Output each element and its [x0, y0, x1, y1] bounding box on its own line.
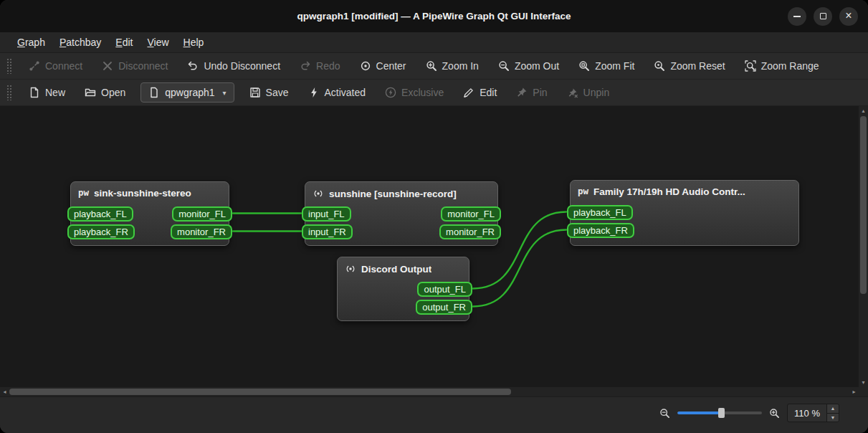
- tool-unpin-button[interactable]: Unpin: [559, 82, 618, 103]
- close-button[interactable]: ×: [839, 7, 858, 26]
- tool-label: Undo Disconnect: [204, 60, 280, 72]
- node-header[interactable]: pwFamily 17h/19h HD Audio Contr...: [571, 181, 798, 197]
- port-input_FR[interactable]: input_FR: [302, 224, 353, 239]
- connect-icon: [29, 60, 40, 72]
- menubar: GraphPatchbayEditViewHelp: [0, 32, 868, 53]
- open-icon: [85, 87, 96, 98]
- tool-activated-button[interactable]: Activated: [300, 82, 374, 103]
- save-icon: [249, 87, 261, 98]
- pin-icon: [516, 87, 528, 98]
- vertical-scroll-thumb[interactable]: [860, 116, 867, 294]
- tool-label: Open: [101, 87, 125, 98]
- zoom-spinbox[interactable]: 110 % ▲ ▼: [787, 404, 839, 422]
- node-header[interactable]: pwsink-sunshine-stereo: [71, 182, 229, 199]
- maximize-button[interactable]: [814, 7, 832, 26]
- node-sink-sunshine-stereo[interactable]: pwsink-sunshine-stereoplayback_FLplaybac…: [70, 181, 229, 246]
- bolt-circle-icon: [385, 87, 396, 98]
- spin-down-button[interactable]: ▼: [827, 414, 839, 422]
- node-title: sunshine [sunshine-record]: [329, 189, 457, 199]
- graph-toolbar-drag-handle[interactable]: [6, 58, 12, 74]
- file-toolbar-drag-handle[interactable]: [6, 85, 12, 100]
- tool-disconnect-button[interactable]: Disconnect: [94, 56, 176, 76]
- port-input_FL[interactable]: input_FL: [302, 206, 351, 222]
- port-monitor_FL[interactable]: monitor_FL: [172, 206, 232, 222]
- tool-center-button[interactable]: Center: [352, 56, 414, 76]
- port-playback_FR[interactable]: playback_FR: [67, 224, 135, 239]
- zoom-reset-icon: [654, 60, 665, 72]
- minimize-button[interactable]: [788, 7, 806, 26]
- disconnect-icon: [102, 60, 113, 72]
- port-playback_FR[interactable]: playback_FR: [567, 223, 634, 238]
- horizontal-scroll-thumb[interactable]: [9, 389, 511, 395]
- audio-icon: [345, 263, 356, 275]
- tool-save-button[interactable]: Save: [242, 82, 297, 103]
- minimize-icon: [793, 16, 801, 17]
- tool-zoom-range-button[interactable]: Zoom Range: [737, 56, 827, 76]
- scroll-right-button[interactable]: ▸: [849, 387, 859, 396]
- close-icon: ×: [845, 10, 852, 22]
- zoom-slider-handle[interactable]: [718, 408, 725, 418]
- zoom-value: 110 %: [788, 404, 826, 422]
- tool-open-button[interactable]: Open: [77, 82, 133, 103]
- graph-toolbar: ConnectDisconnectUndo DisconnectRedoCent…: [0, 53, 868, 80]
- tool-exclusive-button[interactable]: Exclusive: [377, 82, 452, 103]
- app-window: qpwgraph1 [modified] — A PipeWire Graph …: [0, 0, 868, 433]
- tool-pin-button[interactable]: Pin: [508, 82, 555, 103]
- node-header[interactable]: sunshine [sunshine-record]: [305, 182, 497, 199]
- scroll-up-button[interactable]: ▴: [859, 106, 868, 115]
- node-title: Family 17h/19h HD Audio Contr...: [593, 186, 745, 197]
- tool-new-button[interactable]: New: [21, 82, 73, 103]
- spin-arrows: ▲ ▼: [826, 404, 839, 422]
- port-output_FL[interactable]: output_FL: [417, 282, 472, 297]
- node-family-hd-audio[interactable]: pwFamily 17h/19h HD Audio Contr...playba…: [570, 180, 799, 246]
- port-playback_FL[interactable]: playback_FL: [567, 205, 633, 220]
- node-discord-output[interactable]: Discord Outputoutput_FLoutput_FR: [337, 257, 469, 321]
- scroll-left-button[interactable]: ◂: [0, 387, 9, 396]
- file-toolbar: NewOpenqpwgraph1▾SaveActivatedExclusiveE…: [0, 80, 868, 106]
- zoom-in-icon[interactable]: [769, 408, 780, 419]
- tool-connect-button[interactable]: Connect: [21, 56, 90, 76]
- menu-edit[interactable]: Edit: [108, 32, 140, 52]
- menu-graph[interactable]: Graph: [10, 32, 52, 52]
- tool-label: Disconnect: [118, 60, 168, 72]
- tool-redo-button[interactable]: Redo: [292, 56, 348, 76]
- scrollbar-corner: [859, 387, 868, 396]
- node-title: Discord Output: [361, 264, 431, 275]
- tool-zoom-reset-button[interactable]: Zoom Reset: [646, 56, 733, 76]
- vertical-scrollbar[interactable]: ▴ ▾: [859, 106, 868, 387]
- node-sunshine[interactable]: sunshine [sunshine-record]input_FLinput_…: [305, 181, 498, 246]
- port-monitor_FR[interactable]: monitor_FR: [171, 224, 232, 239]
- tool-zoom-in-button[interactable]: Zoom In: [418, 56, 487, 76]
- node-title: sink-sunshine-stereo: [94, 188, 191, 199]
- horizontal-scrollbar[interactable]: ◂ ▸: [0, 387, 859, 396]
- combo-label: qpwgraph1: [165, 87, 214, 98]
- spin-up-button[interactable]: ▲: [827, 404, 839, 414]
- node-header[interactable]: Discord Output: [338, 257, 469, 275]
- menu-patchbay[interactable]: Patchbay: [52, 32, 108, 52]
- port-monitor_FL[interactable]: monitor_FL: [441, 206, 501, 222]
- pipewire-icon: pw: [578, 187, 588, 196]
- maximize-icon: [820, 13, 826, 19]
- menu-view[interactable]: View: [140, 32, 176, 52]
- zoom-fit-icon: [578, 60, 590, 72]
- tool-label: Exclusive: [401, 87, 444, 98]
- port-output_FR[interactable]: output_FR: [416, 300, 472, 315]
- zoom-out-icon[interactable]: [659, 408, 670, 419]
- tool-undo-disconnect-button[interactable]: Undo Disconnect: [179, 56, 288, 76]
- tool-zoom-fit-button[interactable]: Zoom Fit: [571, 56, 642, 76]
- zoom-slider[interactable]: [677, 407, 762, 419]
- titlebar[interactable]: qpwgraph1 [modified] — A PipeWire Graph …: [0, 0, 868, 32]
- menu-help[interactable]: Help: [176, 32, 211, 52]
- unpin-icon: [567, 87, 578, 98]
- port-playback_FL[interactable]: playback_FL: [67, 206, 133, 222]
- edges-layer: [0, 106, 859, 387]
- tool-label: Redo: [316, 60, 340, 72]
- tool-label: Center: [376, 60, 406, 72]
- port-monitor_FR[interactable]: monitor_FR: [439, 224, 501, 239]
- tool-zoom-out-button[interactable]: Zoom Out: [490, 56, 567, 76]
- scroll-down-button[interactable]: ▾: [859, 378, 868, 387]
- patchbay-file-combo[interactable]: qpwgraph1▾: [140, 82, 234, 103]
- graph-canvas[interactable]: pwsink-sunshine-stereoplayback_FLplaybac…: [0, 106, 859, 387]
- tool-edit-button[interactable]: Edit: [455, 82, 505, 103]
- audio-icon: [313, 188, 324, 199]
